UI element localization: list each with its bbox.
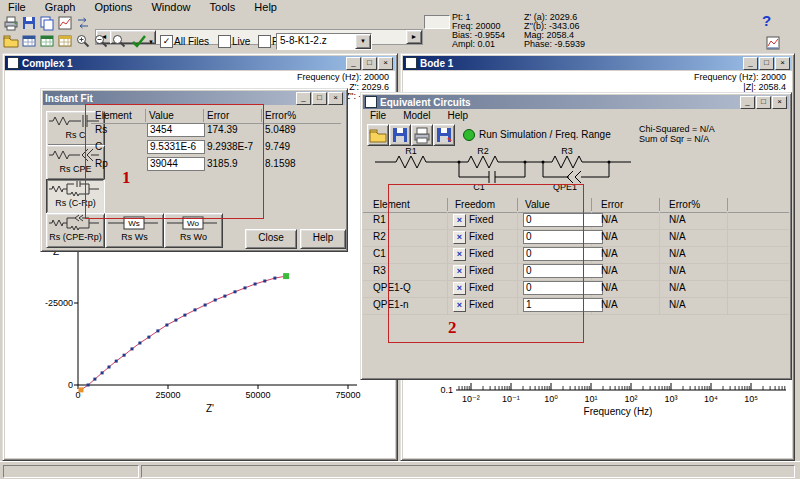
close-button[interactable]: × bbox=[775, 57, 790, 70]
transfer-arrows-icon[interactable] bbox=[75, 15, 91, 31]
nyquist-point bbox=[183, 314, 186, 317]
run-simulation-icon[interactable] bbox=[463, 129, 475, 141]
point-stepper[interactable] bbox=[424, 15, 450, 29]
copy-icon[interactable] bbox=[39, 15, 55, 31]
nyquist-point bbox=[244, 286, 247, 289]
menu-model[interactable]: Model bbox=[396, 110, 437, 122]
dialog-icon bbox=[365, 96, 377, 108]
print-icon[interactable] bbox=[411, 124, 433, 146]
zoom-in-icon[interactable] bbox=[75, 33, 91, 49]
close-button[interactable]: Close bbox=[245, 229, 297, 249]
model-label: Rs (CPE-Rp) bbox=[47, 232, 104, 242]
toolbar-main: ◄ ► bbox=[0, 14, 800, 32]
zoom-out-icon[interactable] bbox=[93, 33, 109, 49]
fit-statistics: Chi-Squared = N/A Sum of Sqr = N/A bbox=[639, 124, 715, 144]
nyquist-point bbox=[138, 342, 141, 345]
minimize-button[interactable]: _ bbox=[740, 96, 755, 109]
x-tick-label: 25000 bbox=[155, 390, 180, 400]
menu-bar: File Graph Options Window Tools Help bbox=[0, 0, 800, 14]
equivalent-circuits-titlebar[interactable]: Equivalent Circuits _ □ × bbox=[363, 95, 789, 109]
close-button[interactable]: × bbox=[328, 92, 343, 105]
fit-error-pct-cell: 5.0489 bbox=[265, 124, 296, 135]
print-icon[interactable] bbox=[3, 15, 19, 31]
param-error-pct-cell: N/A bbox=[669, 265, 686, 276]
nyquist-point bbox=[165, 324, 168, 327]
instant-fit-titlebar[interactable]: Instant Fit _ □ × bbox=[43, 91, 345, 105]
y-tick-label: 0 bbox=[68, 380, 73, 390]
junction-node bbox=[524, 161, 527, 164]
bode-x-tick-label: 10³ bbox=[664, 394, 677, 404]
save-icon[interactable] bbox=[21, 15, 37, 31]
nyquist-point bbox=[131, 347, 134, 350]
open-folder-icon[interactable] bbox=[367, 124, 389, 146]
nyquist-chart[interactable]: 0 25000 50000 75000 0 -25000 Z'' Z' bbox=[5, 241, 395, 431]
data-table2-icon[interactable] bbox=[39, 33, 55, 49]
combo-dropdown-icon[interactable]: ▼ bbox=[355, 34, 371, 49]
maximize-button[interactable]: □ bbox=[312, 92, 327, 105]
nyquist-point bbox=[204, 304, 207, 307]
header-error-pct: Error% bbox=[669, 199, 700, 210]
r3-label: R3 bbox=[561, 147, 573, 156]
menu-graph[interactable]: Graph bbox=[37, 0, 84, 13]
menu-tools[interactable]: Tools bbox=[202, 0, 244, 13]
menu-help[interactable]: Help bbox=[441, 110, 476, 122]
live-checkbox[interactable] bbox=[218, 35, 231, 48]
wo-icon-text: Wo bbox=[187, 219, 199, 228]
junction-node bbox=[542, 161, 545, 164]
fit-checkbox[interactable] bbox=[258, 35, 271, 48]
run-simulation-label[interactable]: Run Simulation / Freq. Range bbox=[479, 129, 611, 140]
nyquist-active-point bbox=[283, 273, 289, 279]
dialog-title: Equivalent Circuits bbox=[380, 97, 471, 108]
junction-node bbox=[608, 161, 611, 164]
minimize-button[interactable]: _ bbox=[346, 57, 361, 70]
minimize-button[interactable]: _ bbox=[296, 92, 311, 105]
data-table-icon[interactable] bbox=[21, 33, 37, 49]
apply-check-icon[interactable] bbox=[131, 33, 147, 49]
menu-file[interactable]: File bbox=[363, 110, 393, 122]
nyquist-point bbox=[214, 299, 217, 302]
help-button[interactable]: Help bbox=[300, 229, 346, 249]
magnifier-icon[interactable] bbox=[111, 33, 127, 49]
save-icon[interactable] bbox=[389, 124, 411, 146]
param-error-cell: N/A bbox=[601, 282, 618, 293]
close-button[interactable]: × bbox=[378, 57, 393, 70]
toolbar-files: ▼ ✓ All Files Live Fit 5-8-K1-2.z ▼ bbox=[0, 32, 800, 50]
circuits-toolbar: Run Simulation / Freq. Range Chi-Squared… bbox=[363, 122, 789, 147]
close-button[interactable]: × bbox=[772, 96, 787, 109]
bode-x-tick-label: 10⁻¹ bbox=[502, 394, 520, 404]
data-file-combo[interactable]: 5-8-K1-2.z ▼ bbox=[276, 33, 372, 50]
minimize-button[interactable]: _ bbox=[743, 57, 758, 70]
nyquist-point bbox=[263, 280, 266, 283]
data-table3-icon[interactable] bbox=[57, 33, 73, 49]
nyquist-point bbox=[254, 283, 257, 286]
bode-x-tick-label: 10¹ bbox=[584, 394, 597, 404]
menu-file[interactable]: File bbox=[0, 0, 34, 13]
open-folder-icon[interactable] bbox=[3, 33, 19, 49]
param-error-pct-cell: N/A bbox=[669, 214, 686, 225]
nyquist-point bbox=[123, 354, 126, 357]
check-dropdown-icon[interactable]: ▼ bbox=[148, 39, 154, 45]
annotation-number-1: 1 bbox=[122, 168, 131, 188]
maximize-button[interactable]: □ bbox=[362, 57, 377, 70]
save-as-icon[interactable] bbox=[433, 124, 455, 146]
help-icon[interactable]: ? bbox=[762, 12, 771, 29]
nyquist-point bbox=[101, 371, 104, 374]
maximize-button[interactable]: □ bbox=[759, 57, 774, 70]
annotation-box-1 bbox=[85, 104, 264, 219]
param-error-pct-cell: N/A bbox=[669, 299, 686, 310]
nyquist-point bbox=[93, 378, 96, 381]
all-files-checkbox[interactable]: ✓ bbox=[160, 35, 173, 48]
bode-titlebar[interactable]: Bode 1 _ □ × bbox=[403, 56, 792, 70]
complex-titlebar[interactable]: Complex 1 _ □ × bbox=[5, 56, 395, 70]
x-axis-title: Z' bbox=[206, 403, 214, 414]
menu-window[interactable]: Window bbox=[143, 0, 198, 13]
fit-error-pct-cell: 8.1598 bbox=[265, 158, 296, 169]
nyquist-point bbox=[87, 384, 90, 387]
menu-options[interactable]: Options bbox=[86, 0, 140, 13]
maximize-button[interactable]: □ bbox=[756, 96, 771, 109]
header-error-pct: Error% bbox=[265, 110, 296, 121]
chart-icon[interactable] bbox=[57, 15, 73, 31]
bode-y-tick-label: 0.1 bbox=[440, 385, 453, 395]
bode-x-tick-label: 10⁵ bbox=[744, 394, 758, 404]
menu-help[interactable]: Help bbox=[246, 0, 285, 13]
